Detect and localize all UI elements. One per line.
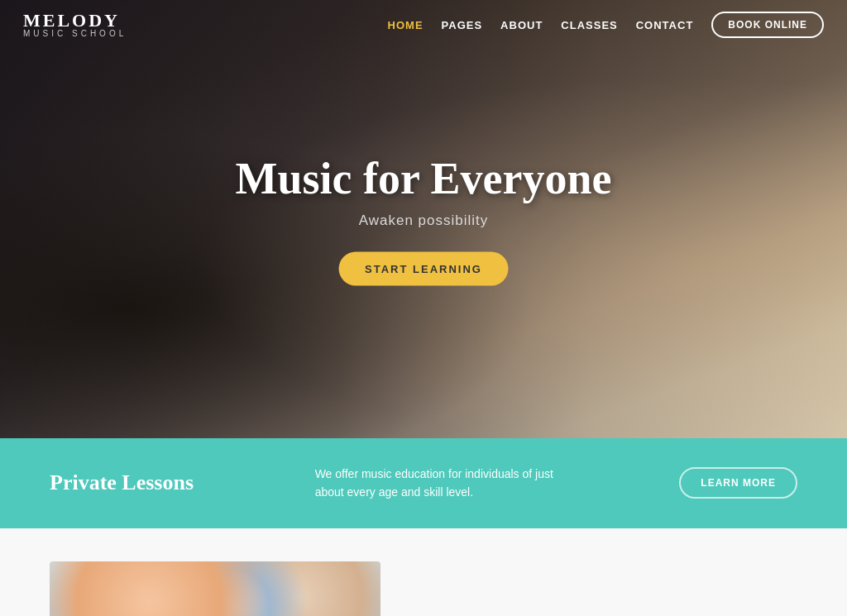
nav-item-book[interactable]: BOOK ONLINE bbox=[711, 12, 824, 38]
nav-item-classes[interactable]: CLASSES bbox=[561, 17, 617, 32]
children-image bbox=[50, 561, 380, 616]
hero-subtitle: Awaken possibility bbox=[236, 212, 612, 229]
nav-link-classes[interactable]: CLASSES bbox=[561, 19, 617, 31]
nav-item-contact[interactable]: CONTACT bbox=[636, 17, 694, 32]
logo[interactable]: MELODY MUSIC SCHOOL bbox=[23, 12, 127, 38]
nav-link-contact[interactable]: CONTACT bbox=[636, 19, 694, 31]
nav-item-home[interactable]: HOME bbox=[388, 17, 424, 32]
logo-title: MELODY bbox=[23, 12, 127, 30]
learn-more-button[interactable]: LEARN MORE bbox=[679, 467, 797, 499]
bottom-section bbox=[0, 528, 847, 616]
hero-title: Music for Everyone bbox=[236, 153, 612, 204]
nav-link-home[interactable]: HOME bbox=[388, 19, 424, 31]
private-lessons-description: We offer music education for individuals… bbox=[315, 465, 580, 502]
teal-banner: Private Lessons We offer music education… bbox=[0, 438, 847, 528]
nav-link-about[interactable]: ABOUT bbox=[500, 19, 543, 31]
hero-section: MELODY MUSIC SCHOOL HOME PAGES ABOUT CLA… bbox=[0, 0, 847, 438]
private-lessons-title: Private Lessons bbox=[50, 470, 215, 495]
nav-item-about[interactable]: ABOUT bbox=[500, 17, 543, 32]
nav-item-pages[interactable]: PAGES bbox=[442, 17, 483, 32]
hero-content: Music for Everyone Awaken possibility ST… bbox=[236, 153, 612, 286]
children-faces-image bbox=[50, 561, 380, 616]
nav-links: HOME PAGES ABOUT CLASSES CONTACT BOOK ON… bbox=[388, 12, 824, 38]
start-learning-button[interactable]: START LEARNING bbox=[338, 252, 509, 286]
nav-link-pages[interactable]: PAGES bbox=[442, 19, 483, 31]
navbar: MELODY MUSIC SCHOOL HOME PAGES ABOUT CLA… bbox=[0, 0, 847, 50]
logo-subtitle: MUSIC SCHOOL bbox=[23, 30, 127, 38]
book-online-button[interactable]: BOOK ONLINE bbox=[711, 12, 824, 38]
